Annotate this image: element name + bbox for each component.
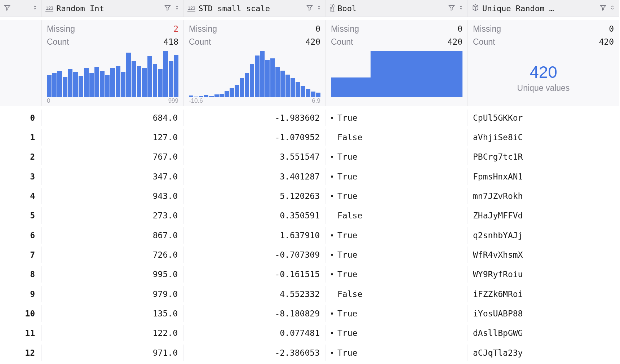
cell-random-int[interactable]: 995.0 [42,266,184,283]
sort-button[interactable] [316,4,322,13]
filter-button[interactable] [306,4,313,13]
row-index[interactable]: 6 [0,227,42,244]
row-index[interactable]: 8 [0,266,42,283]
cell-std[interactable]: 0.077481 [184,325,326,341]
cell-unique-random[interactable]: WfR4vXhsmX [468,247,619,263]
cell-std[interactable]: -0.707309 [184,247,326,263]
cell-bool[interactable]: False [326,286,468,302]
stat-value-count: 420 [447,36,462,49]
cell-std[interactable]: 5.120263 [184,188,326,204]
row-index[interactable]: 3 [0,168,42,185]
filter-icon [599,4,607,11]
row-index[interactable]: 9 [0,286,42,302]
row-index[interactable]: 12 [0,345,42,361]
cell-random-int[interactable]: 347.0 [42,168,184,185]
cell-bool[interactable]: True [326,325,468,341]
cell-bool[interactable]: True [326,247,468,263]
cell-bool[interactable]: False [326,207,468,224]
column-stats: Missing0Count420 [326,20,468,106]
cell-std[interactable]: 3.401287 [184,168,326,185]
row-index[interactable]: 0 [0,110,42,126]
cell-std[interactable]: 3.551547 [184,148,326,165]
histogram-bar [105,75,110,97]
row-index[interactable]: 7 [0,247,42,263]
column-header[interactable]: Unique Random … [468,0,619,17]
cell-random-int[interactable]: 979.0 [42,286,184,302]
histogram-bar [84,68,89,98]
histogram-bar [158,69,163,97]
sort-icon [458,4,464,11]
cell-bool[interactable]: True [326,148,468,165]
cell-unique-random[interactable]: WY9RyfRoiu [468,266,619,283]
row-index[interactable]: 1 [0,129,42,146]
type-badge-bool: 1001 [329,4,335,13]
sort-button[interactable] [32,4,38,13]
cell-bool[interactable]: True [326,305,468,322]
histogram-bar [270,58,275,98]
cell-random-int[interactable]: 971.0 [42,345,184,361]
cell-std[interactable]: -8.180829 [184,305,326,322]
histogram-bar [163,51,168,98]
stat-label-count: Count [47,36,69,49]
sort-button[interactable] [458,4,464,13]
histogram-bar [316,93,320,97]
column-header[interactable]: 123Random Int [42,0,184,17]
cell-random-int[interactable]: 127.0 [42,129,184,146]
row-index[interactable]: 5 [0,207,42,224]
column-header[interactable]: 1001Bool [326,0,468,17]
cell-unique-random[interactable]: ZHaJyMFFVd [468,207,619,224]
cell-unique-random[interactable]: aVhjiSe8iC [468,129,619,146]
histogram-bar [89,73,94,98]
histogram-bar [100,71,105,97]
histogram-bar [73,72,78,97]
cell-bool[interactable]: True [326,168,468,185]
cell-std[interactable]: -0.161515 [184,266,326,283]
row-index[interactable]: 11 [0,325,42,341]
cell-unique-random[interactable]: mn7JZvRokh [468,188,619,204]
cell-unique-random[interactable]: aCJqTla23y [468,345,619,361]
cell-unique-random[interactable]: iYosUABP88 [468,305,619,322]
cell-random-int[interactable]: 135.0 [42,305,184,322]
cell-std[interactable]: 1.637910 [184,227,326,244]
cell-random-int[interactable]: 767.0 [42,148,184,165]
cell-bool[interactable]: True [326,188,468,204]
filter-button[interactable] [164,4,171,13]
index-column-header[interactable] [0,0,42,17]
column-name: STD small scale [198,4,303,13]
cell-unique-random[interactable]: CpUl5GKKor [468,110,619,126]
filter-button[interactable] [448,4,455,13]
sort-button[interactable] [610,4,615,13]
row-index[interactable]: 4 [0,188,42,204]
bool-text: True [337,328,357,338]
filter-button[interactable] [4,4,11,13]
unique-count: 420 [530,62,557,82]
cell-std[interactable]: 0.350591 [184,207,326,224]
cell-unique-random[interactable]: FpmsHnxAN1 [468,168,619,185]
cell-std[interactable]: -2.386053 [184,345,326,361]
cell-random-int[interactable]: 684.0 [42,110,184,126]
row-index[interactable]: 2 [0,148,42,165]
cell-bool[interactable]: True [326,227,468,244]
cell-random-int[interactable]: 122.0 [42,325,184,341]
cell-random-int[interactable]: 943.0 [42,188,184,204]
cell-std[interactable]: -1.070952 [184,129,326,146]
row-index[interactable]: 10 [0,305,42,322]
cell-std[interactable]: -1.983602 [184,110,326,126]
filter-button[interactable] [599,4,607,13]
cell-unique-random[interactable]: q2snhbYAJj [468,227,619,244]
cell-unique-random[interactable]: iFZZk6MRoi [468,286,619,302]
bool-text: True [337,231,357,240]
sort-button[interactable] [174,4,180,13]
cell-bool[interactable]: False [326,129,468,146]
column-header[interactable]: 123STD small scale [184,0,326,17]
cell-random-int[interactable]: 867.0 [42,227,184,244]
cell-random-int[interactable]: 273.0 [42,207,184,224]
bool-text: True [337,113,357,123]
cell-bool[interactable]: True [326,266,468,283]
cell-random-int[interactable]: 726.0 [42,247,184,263]
cell-unique-random[interactable]: PBCrg7tc1R [468,148,619,165]
cell-bool[interactable]: True [326,345,468,361]
cell-bool[interactable]: True [326,110,468,126]
cell-unique-random[interactable]: dAsllBpGWG [468,325,619,341]
cell-std[interactable]: 4.552332 [184,286,326,302]
